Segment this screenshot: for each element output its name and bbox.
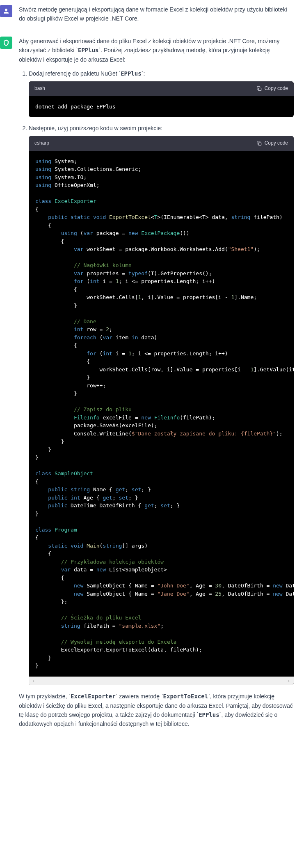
user-content: Stwórz metodę generującą i eksportującą …	[19, 5, 297, 27]
user-text: Stwórz metodę generującą i eksportującą …	[19, 5, 294, 23]
inline-code: ExportToExcel	[163, 693, 208, 700]
user-avatar	[0, 5, 12, 17]
code-block-csharp: csharp Copy code using System; using Sys…	[29, 136, 294, 685]
code-body[interactable]: using System; using System.Collections.G…	[29, 151, 294, 677]
svg-rect-1	[258, 143, 261, 145]
code-body[interactable]: dotnet add package EPPlus	[29, 96, 294, 117]
clipboard-icon	[256, 140, 262, 146]
scrollbar[interactable]: ‹›	[29, 677, 294, 686]
inline-code: EPPlus	[78, 47, 99, 53]
assistant-avatar	[0, 37, 12, 49]
outro-text: W tym przykładzie, `ExcelExporter` zawie…	[19, 692, 294, 729]
assistant-message: Aby generować i eksportować dane do plik…	[0, 32, 297, 737]
code-block-bash: bash Copy code dotnet add package EPPlus	[29, 81, 294, 117]
step-2: Następnie, użyj poniższego kodu w swoim …	[29, 124, 294, 685]
copy-button[interactable]: Copy code	[256, 85, 288, 92]
person-icon	[2, 7, 10, 15]
code-header: bash Copy code	[29, 81, 294, 96]
user-message: Stwórz metodę generującą i eksportującą …	[0, 0, 297, 32]
bot-icon	[2, 39, 10, 46]
inline-code: EPPlus	[121, 70, 142, 77]
step-1: Dodaj referencję do pakietu NuGet `EPPlu…	[29, 69, 294, 117]
inline-code: EPPlus	[199, 711, 219, 718]
assistant-content: Aby generować i eksportować dane do plik…	[19, 37, 297, 732]
chevron-left-icon: ‹	[33, 677, 34, 685]
code-lang: bash	[34, 85, 45, 92]
clipboard-icon	[256, 86, 262, 92]
svg-rect-0	[258, 88, 261, 90]
intro-text: Aby generować i eksportować dane do plik…	[19, 37, 294, 64]
steps-list: Dodaj referencję do pakietu NuGet `EPPlu…	[19, 69, 294, 685]
copy-button[interactable]: Copy code	[256, 139, 288, 147]
code-header: csharp Copy code	[29, 136, 294, 150]
code-lang: csharp	[34, 139, 49, 147]
inline-code: ExcelExporter	[71, 693, 116, 700]
chevron-right-icon: ›	[288, 677, 290, 685]
